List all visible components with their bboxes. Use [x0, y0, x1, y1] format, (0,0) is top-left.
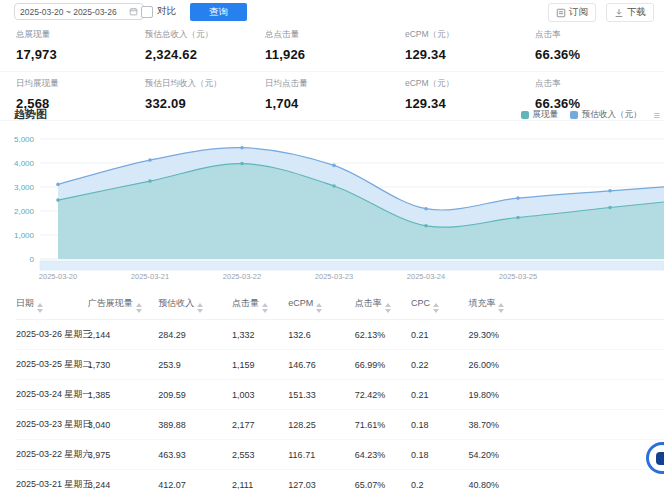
table-cell: 1,730	[88, 350, 159, 380]
table-cell: 2,553	[232, 440, 288, 470]
column-header-8[interactable]: 填充率	[468, 290, 664, 320]
stat-value: 66.36%	[535, 47, 664, 62]
column-header-2[interactable]: 广告展现量	[88, 290, 159, 320]
data-point-marker	[56, 183, 60, 187]
data-point-marker	[240, 146, 244, 150]
legend-item-impressions[interactable]: 展现量	[521, 109, 559, 121]
y-axis-label: 1,000	[14, 231, 35, 240]
stat-label: eCPM（元）	[405, 78, 535, 90]
floating-service-icon	[656, 452, 664, 465]
data-point-marker	[424, 224, 428, 228]
download-button[interactable]: 下载	[606, 3, 654, 22]
x-axis-label: 2025-03-25	[499, 272, 537, 281]
table-cell: 72.42%	[355, 380, 411, 410]
table-cell: 284.29	[158, 320, 232, 350]
chart-menu-icon[interactable]: ≡	[654, 110, 660, 120]
stat-total-clicks: 总点击量 11,926	[265, 29, 405, 62]
stat-value: 17,973	[16, 47, 145, 62]
table-cell: 127.03	[288, 470, 355, 495]
table-cell: 389.88	[158, 410, 232, 440]
table-cell: 2025-03-25 星期二	[16, 350, 88, 380]
data-point-marker	[332, 184, 336, 188]
x-axis-label: 2025-03-21	[131, 272, 169, 281]
stat-ctr: 点击率 66.36%	[535, 29, 664, 62]
table-row: 2025-03-22 星期六3,975463.932,553116.7164.2…	[16, 440, 664, 470]
data-point-marker	[148, 158, 152, 162]
sort-icon[interactable]	[433, 303, 439, 313]
table-cell: 151.33	[288, 380, 355, 410]
table-cell: 0.22	[411, 350, 468, 380]
daily-stats-table: 日期广告展现量预估收入点击量eCPM点击率CPC填充率2025-03-26 星期…	[16, 290, 664, 495]
legend-label: 预估收入（元）	[582, 109, 642, 121]
sort-icon[interactable]	[37, 303, 43, 313]
date-range-input[interactable]: 2025-03-20 ~ 2025-03-26	[14, 3, 144, 20]
chart-title: 趋势图	[14, 107, 47, 122]
table-cell: 0.21	[411, 320, 468, 350]
y-axis-label: 0	[30, 255, 35, 264]
chart-legend: 展现量 预估收入（元） ≡	[521, 109, 660, 121]
sort-icon[interactable]	[197, 303, 203, 313]
table-cell: 2,144	[88, 320, 159, 350]
data-point-marker	[332, 164, 336, 168]
column-header-label: 填充率	[468, 298, 495, 308]
column-header-label: 点击量	[232, 298, 259, 308]
table-cell: 2025-03-23 星期日	[16, 410, 88, 440]
stat-label: 点击率	[535, 29, 664, 41]
table-cell: 38.70%	[468, 410, 664, 440]
table-cell: 29.30%	[468, 320, 664, 350]
table-cell: 0.21	[411, 380, 468, 410]
column-header-7[interactable]: CPC	[411, 290, 468, 320]
legend-item-revenue[interactable]: 预估收入（元）	[570, 109, 642, 121]
subscribe-icon	[556, 8, 566, 18]
table-row: 2025-03-23 星期日3,040389.882,177128.2571.6…	[16, 410, 664, 440]
data-point-marker	[516, 216, 520, 220]
sort-icon[interactable]	[498, 303, 504, 313]
sort-icon[interactable]	[316, 303, 322, 313]
table-cell: 2,111	[232, 470, 288, 495]
sort-icon[interactable]	[385, 303, 391, 313]
stat-label: 点击率	[535, 78, 664, 90]
table-header-row: 日期广告展现量预估收入点击量eCPM点击率CPC填充率	[16, 290, 664, 320]
table-cell: 2025-03-24 星期一	[16, 380, 88, 410]
table-cell: 1,385	[88, 380, 159, 410]
table-cell: 412.07	[158, 470, 232, 495]
stat-ecpm: eCPM（元） 129.34	[405, 29, 535, 62]
compare-checkbox[interactable]: 对比	[141, 5, 176, 18]
stat-label: 预估日均收入（元）	[145, 78, 265, 90]
column-header-label: 广告展现量	[88, 298, 133, 308]
table-cell: 2,177	[232, 410, 288, 440]
column-header-label: 预估收入	[158, 298, 194, 308]
data-point-marker	[516, 196, 520, 200]
subscribe-button[interactable]: 订阅	[548, 3, 596, 22]
data-zoom-slider[interactable]	[40, 261, 664, 270]
legend-label: 展现量	[533, 109, 559, 121]
table-cell: 3,040	[88, 410, 159, 440]
stat-value: 2,324.62	[145, 47, 265, 62]
stat-label: 预估总收入（元）	[145, 29, 265, 41]
subscribe-label: 订阅	[569, 6, 588, 19]
legend-swatch-icon	[570, 111, 578, 119]
column-header-5[interactable]: eCPM	[288, 290, 355, 320]
column-header-1[interactable]: 日期	[16, 290, 88, 320]
query-button[interactable]: 查询	[190, 3, 247, 21]
table-cell: 1,332	[232, 320, 288, 350]
y-axis-label: 3,000	[14, 183, 35, 192]
date-range-value: 2025-03-20 ~ 2025-03-26	[20, 7, 117, 17]
data-point-marker	[240, 162, 244, 166]
table-row: 2025-03-26 星期三2,144284.291,332132.662.13…	[16, 320, 664, 350]
table-row: 2025-03-25 星期二1,730253.91,159146.7666.99…	[16, 350, 664, 380]
data-point-marker	[56, 198, 60, 202]
stat-label: 总展现量	[16, 29, 145, 41]
trend-chart: 01,0002,0003,0004,0005,0002025-03-202025…	[0, 128, 664, 286]
column-header-4[interactable]: 点击量	[232, 290, 288, 320]
toolbar: 2025-03-20 ~ 2025-03-26 对比 查询 订阅	[0, 3, 664, 23]
column-header-3[interactable]: 预估收入	[158, 290, 232, 320]
table-cell: 0.18	[411, 410, 468, 440]
table-cell: 54.20%	[468, 440, 664, 470]
stat-value: 129.34	[405, 47, 535, 62]
column-header-6[interactable]: 点击率	[355, 290, 411, 320]
sort-icon[interactable]	[262, 303, 268, 313]
checkbox-box[interactable]	[141, 6, 153, 18]
sort-icon[interactable]	[136, 303, 142, 313]
table-cell: 71.61%	[355, 410, 411, 440]
